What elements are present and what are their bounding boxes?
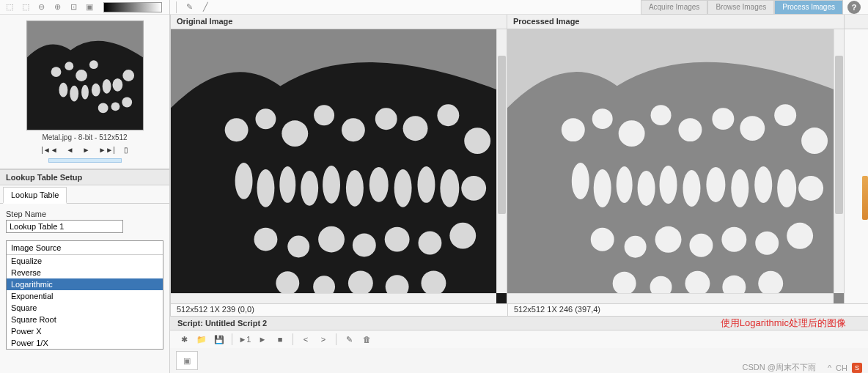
prev-step-icon[interactable]: < bbox=[299, 333, 312, 346]
save-icon[interactable]: 💾 bbox=[213, 333, 226, 346]
svg-point-33 bbox=[440, 169, 459, 207]
svg-point-31 bbox=[394, 169, 412, 207]
original-image-canvas[interactable] bbox=[171, 29, 507, 303]
play-icon[interactable]: ► bbox=[256, 333, 269, 346]
image-source-label: Image Source bbox=[7, 241, 163, 255]
svg-point-56 bbox=[774, 104, 796, 126]
svg-point-29 bbox=[346, 170, 364, 207]
original-scroll-vertical[interactable] bbox=[496, 29, 507, 293]
nav-extra-icon[interactable]: ▯ bbox=[124, 146, 128, 154]
left-panel: ⬚ ⬚ ⊖ ⊕ ⊡ ▣ Met bbox=[0, 0, 170, 373]
thumbnail-caption: Metal.jpg - 8-bit - 512x512 bbox=[42, 133, 127, 141]
ime-badge[interactable]: S bbox=[852, 363, 862, 373]
lookup-option-power-x[interactable]: Power X bbox=[7, 325, 163, 337]
thumbnail-image bbox=[26, 21, 144, 130]
svg-point-54 bbox=[712, 108, 734, 130]
tab-acquire-images[interactable]: Acquire Images bbox=[641, 0, 707, 15]
original-scroll-horizontal[interactable] bbox=[171, 293, 496, 303]
svg-point-10 bbox=[112, 78, 122, 92]
svg-point-74 bbox=[801, 128, 828, 154]
tool-icon-1[interactable]: ⬚ bbox=[3, 1, 16, 14]
svg-point-80 bbox=[758, 271, 783, 296]
line-icon[interactable]: ╱ bbox=[199, 1, 212, 14]
processed-image-canvas[interactable] bbox=[507, 29, 844, 303]
step-run-icon[interactable]: ►1 bbox=[238, 333, 251, 346]
svg-point-41 bbox=[464, 128, 490, 154]
edit-icon[interactable]: ✎ bbox=[342, 333, 356, 346]
svg-point-20 bbox=[342, 118, 365, 141]
lookup-option-power-1-x[interactable]: Power 1/X bbox=[7, 337, 163, 349]
lookup-option-equalize[interactable]: Equalize bbox=[7, 255, 163, 267]
tab-process-images[interactable]: Process Images bbox=[774, 0, 843, 15]
svg-point-73 bbox=[787, 223, 813, 249]
zoom-out-icon[interactable]: ⊖ bbox=[35, 1, 48, 14]
gear-icon[interactable]: ✱ bbox=[177, 333, 191, 346]
svg-point-45 bbox=[348, 270, 373, 295]
step-name-label: Step Name bbox=[6, 210, 163, 218]
nav-first-icon[interactable]: |◄◄ bbox=[41, 146, 57, 154]
stop-icon[interactable]: ■ bbox=[273, 333, 287, 346]
nav-last-icon[interactable]: ►►| bbox=[98, 146, 114, 154]
folder-icon[interactable]: 📁 bbox=[195, 333, 208, 346]
svg-point-25 bbox=[257, 169, 274, 207]
svg-point-49 bbox=[562, 118, 585, 141]
svg-point-12 bbox=[111, 103, 119, 111]
svg-point-28 bbox=[323, 166, 340, 204]
lookup-option-square[interactable]: Square bbox=[7, 302, 163, 314]
svg-point-53 bbox=[678, 118, 702, 141]
svg-point-34 bbox=[254, 228, 278, 251]
svg-point-52 bbox=[651, 105, 672, 125]
script-step-thumb[interactable]: ▣ bbox=[176, 351, 198, 370]
processed-scroll-vertical[interactable] bbox=[834, 29, 844, 293]
svg-point-3 bbox=[76, 70, 87, 81]
svg-point-57 bbox=[572, 163, 589, 199]
lookup-option-reverse[interactable]: Reverse bbox=[7, 267, 163, 278]
svg-point-37 bbox=[353, 234, 376, 257]
svg-point-11 bbox=[98, 103, 108, 113]
nav-next-icon[interactable]: ► bbox=[83, 146, 90, 154]
svg-point-4 bbox=[89, 60, 98, 69]
svg-point-59 bbox=[617, 166, 633, 203]
svg-point-58 bbox=[594, 169, 611, 207]
zoom-reset-icon[interactable]: ⊡ bbox=[67, 1, 81, 14]
ime-indicator[interactable]: CH bbox=[836, 363, 847, 372]
svg-point-18 bbox=[282, 120, 308, 147]
svg-point-60 bbox=[638, 171, 655, 206]
svg-point-78 bbox=[685, 271, 710, 296]
svg-point-66 bbox=[777, 169, 796, 207]
thumbnail-progress[interactable] bbox=[48, 158, 122, 163]
script-title: Script: Untitled Script 2 bbox=[177, 319, 267, 328]
svg-point-39 bbox=[419, 232, 442, 255]
processed-info-bar: 512x512 1X 246 (397,4) bbox=[507, 304, 845, 316]
next-step-icon[interactable]: > bbox=[317, 333, 330, 346]
svg-point-64 bbox=[731, 169, 749, 207]
nav-prev-icon[interactable]: ◄ bbox=[67, 146, 74, 154]
svg-point-26 bbox=[279, 166, 295, 203]
svg-point-55 bbox=[740, 116, 765, 141]
help-icon[interactable]: ? bbox=[847, 1, 861, 14]
svg-point-9 bbox=[102, 79, 111, 94]
svg-point-13 bbox=[122, 97, 132, 108]
lookup-option-square-root[interactable]: Square Root bbox=[7, 314, 163, 325]
svg-point-5 bbox=[59, 83, 67, 97]
lookup-option-logarithmic[interactable]: Logarithmic bbox=[7, 278, 163, 290]
step-name-input[interactable] bbox=[6, 220, 123, 233]
left-toolbar: ⬚ ⬚ ⊖ ⊕ ⊡ ▣ bbox=[0, 0, 169, 15]
side-handle[interactable] bbox=[862, 176, 868, 220]
top-tabs: Acquire Images Browse Images Process Ima… bbox=[641, 0, 861, 15]
svg-point-21 bbox=[375, 108, 397, 130]
tab-browse-images[interactable]: Browse Images bbox=[707, 0, 774, 15]
fit-icon[interactable]: ▣ bbox=[84, 1, 97, 14]
processed-scroll-horizontal[interactable] bbox=[507, 293, 834, 303]
zoom-in-icon[interactable]: ⊕ bbox=[51, 1, 65, 14]
lut-gradient-bar[interactable] bbox=[103, 2, 162, 12]
delete-icon[interactable]: 🗑 bbox=[360, 333, 373, 346]
wand-icon[interactable]: ✎ bbox=[183, 1, 196, 14]
svg-point-68 bbox=[625, 236, 647, 258]
svg-point-69 bbox=[655, 226, 682, 253]
svg-point-63 bbox=[706, 167, 725, 202]
lookup-option-exponential[interactable]: Exponential bbox=[7, 290, 163, 302]
tab-lookup-table[interactable]: Lookup Table bbox=[3, 187, 67, 204]
tool-icon-2[interactable]: ⬚ bbox=[19, 1, 32, 14]
svg-point-65 bbox=[754, 166, 772, 203]
